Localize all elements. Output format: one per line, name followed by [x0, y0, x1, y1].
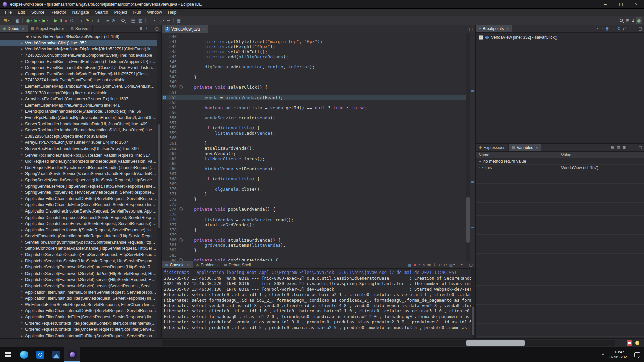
terminate-button[interactable]: ■	[414, 263, 416, 267]
stack-frame[interactable]: ≡ServletForwardingController(AbstractCon…	[0, 239, 161, 246]
disconnect-button[interactable]: ∅	[69, 17, 75, 24]
minimize-view-button[interactable]: –	[634, 146, 636, 149]
menu-window[interactable]: Window	[144, 9, 165, 15]
code-line[interactable]: 347	[162, 69, 466, 74]
code-line[interactable]: 370 dlgJanela.close();	[162, 187, 466, 192]
terminate-button[interactable]: ■	[64, 17, 68, 24]
display-selected-console-button[interactable]: ▥▾	[449, 263, 455, 267]
column-value[interactable]: Value	[558, 153, 644, 157]
stack-frame[interactable]: ≡UidlRequestHandler(SynchronizedRequestH…	[0, 164, 161, 171]
horizontal-scrollbar-thumb[interactable]	[466, 340, 525, 346]
show-breakpoints-supported-button[interactable]: ◉	[605, 27, 609, 31]
code-line[interactable]: 380− private void atualizaGrdVenda() {	[162, 238, 466, 243]
remove-launch-button[interactable]: ×	[418, 263, 420, 267]
stack-frame[interactable]: ≡DispatcherServlet(FrameworkServlet).ser…	[0, 277, 161, 283]
stack-frame[interactable]: ≡ApplicationFilterChain.internalDoFilter…	[0, 333, 161, 339]
code-line[interactable]: 342 inferior.setHeight("45px");	[162, 44, 466, 49]
show-logical-structures-button[interactable]: ▥	[617, 146, 620, 149]
forward-button[interactable]: →▾	[157, 17, 165, 24]
stack-frame[interactable]: ≡VendaView.salvarClick() line: 352	[0, 40, 161, 46]
open-console-button[interactable]: ⊞▾	[457, 263, 462, 267]
code-line[interactable]: 373	[162, 202, 466, 207]
java-perspective-button[interactable]: J	[631, 17, 635, 24]
tab-project-explorer[interactable]: ▤ Project Explorer	[28, 25, 68, 32]
stack-frame[interactable]: ≡ServletForwardingController.handleReque…	[0, 233, 161, 239]
code-line[interactable]: 343 inferior.setWidthFull();	[162, 49, 466, 54]
clear-console-button[interactable]: ▭	[427, 263, 431, 267]
menu-project[interactable]: Project	[111, 9, 130, 15]
word-wrap-button[interactable]: ↩	[438, 263, 441, 267]
tray-chevron-icon[interactable]: ^	[602, 352, 604, 357]
code-line[interactable]: 384− private void configuraBinder() {	[162, 258, 466, 261]
debug-button[interactable]: ◉▾	[25, 17, 33, 24]
maximize-view-button[interactable]: ▢	[469, 27, 473, 31]
scrollbar-thumb[interactable]	[472, 307, 474, 335]
code-line[interactable]: 359 listaVendas.add(venda);	[162, 131, 466, 136]
view-menu-button[interactable]: ⋮	[628, 27, 632, 31]
stack-frame[interactable]: ≡774232374.handleEvent(DomEvent) line: n…	[0, 77, 161, 83]
stack-frame[interactable]: ≡OrderedRequestContextFilter(OncePerRequ…	[0, 326, 161, 333]
taskbar-mail[interactable]	[32, 347, 48, 362]
breakpoint-item[interactable]: ✓ VendaView [line: 352] - salvarClick()	[476, 33, 644, 42]
stack-frame[interactable]: ≡ApplicationFilterChain.internalDoFilter…	[0, 289, 161, 295]
save-button[interactable]: ▣	[14, 17, 20, 24]
menu-search[interactable]: Search	[92, 9, 111, 15]
open-web-browser-button[interactable]: ▦	[176, 17, 182, 24]
use-step-filters-button[interactable]: ≡	[105, 17, 110, 24]
remove-selected-breakpoints-button[interactable]: ×	[597, 27, 599, 31]
stack-frame[interactable]: ≡DispatcherServlet(FrameworkServlet).ser…	[0, 283, 161, 289]
step-return-button[interactable]: ↑	[91, 17, 95, 24]
tab-breakpoints[interactable]: ● Breakpoints ×	[476, 25, 512, 32]
stack-frame[interactable]: ≡ServerRpcHandler.handleInvocations(UI, …	[0, 146, 161, 152]
code-line[interactable]: 351	[162, 90, 466, 95]
code-line[interactable]: 369	[162, 181, 466, 186]
stack-frame[interactable]: ≡WsFilter.doFilter(ServletRequest, Servl…	[0, 302, 161, 308]
open-perspective-button[interactable]: ⊞	[625, 17, 630, 24]
fold-gutter[interactable]: −	[178, 258, 183, 261]
stack-frame[interactable]: ≡SpringServlet(VaadinServlet).service(Ht…	[0, 177, 161, 183]
menu-refactor[interactable]: Refactor	[47, 9, 69, 15]
code-line[interactable]: 353	[162, 100, 466, 105]
maximize-view-button[interactable]: ▢	[469, 263, 473, 267]
code-line[interactable]: 367	[162, 171, 466, 176]
code-line[interactable]: 363 novaVenda();	[162, 151, 466, 156]
stack-frame[interactable]: ≡ApplicationDispatcher.processRequest(Se…	[0, 214, 161, 221]
code-line[interactable]: 341 inferior.getStyle().set("margin-top"…	[162, 39, 466, 44]
suspend-button[interactable]: ‖	[59, 17, 63, 24]
new-wizard-button[interactable]: ⊞▾	[2, 17, 10, 24]
quick-search-button[interactable]	[619, 17, 624, 24]
overview-mark[interactable]	[471, 90, 474, 92]
horizontal-scrollbar[interactable]	[162, 340, 615, 346]
stack-frame[interactable]: ≡ApplicationFilterChain.doFilter(Servlet…	[0, 295, 161, 302]
overview-ruler[interactable]	[470, 33, 475, 261]
fold-gutter[interactable]: −	[178, 85, 183, 89]
code-line[interactable]: 340	[162, 34, 466, 39]
code-line[interactable]: 344 inferior.add(htlDlgBarraBotoes);	[162, 54, 466, 59]
stack-frame[interactable]: ≡ComponentEventBus.fireEventForListener(…	[0, 58, 161, 65]
code-line[interactable]: 357	[162, 120, 466, 125]
last-edit-location-button[interactable]: ↩	[166, 17, 171, 24]
close-tab-icon[interactable]: ×	[203, 27, 205, 31]
stack-frame[interactable]: ≡ApplicationDispatcher.invoke(ServletReq…	[0, 208, 161, 215]
tab-servers[interactable]: ▥ Servers	[67, 25, 93, 32]
skip-all-breakpoints-button[interactable]: ⊘	[111, 17, 116, 24]
scrollbar-thumb[interactable]	[158, 124, 160, 228]
tab-expressions[interactable]: ⊙ Expressions	[476, 144, 509, 151]
variable-row[interactable]: ▸●thisVendaView (id=157)	[476, 165, 644, 171]
stack-frame[interactable]: ≡SpringVaadinServletService(VaadinServic…	[0, 171, 161, 177]
taskbar-edge[interactable]	[16, 347, 32, 362]
menu-run[interactable]: Run	[130, 9, 144, 15]
go-to-file-for-breakpoint-button[interactable]: →	[611, 27, 615, 31]
stack-frame[interactable]: ≡ComponentEventBus.lambda$addDomTrigger$…	[0, 71, 161, 77]
error-log-icon[interactable]	[627, 340, 632, 346]
step-over-button[interactable]: ↷	[84, 17, 90, 24]
skip-all-breakpoints-button[interactable]: ⊘	[617, 27, 620, 31]
menu-file[interactable]: File	[2, 9, 15, 15]
stack-frame[interactable]: ≡EventRpcHandler(AbstractRpcInvocationHa…	[0, 115, 161, 121]
stack-frame[interactable]: ≡724302506.onComponentEvent(ComponentEve…	[0, 52, 161, 59]
stack-frame[interactable]: ≡ElementListenerMap.lambda$fireEvent$2(D…	[0, 83, 161, 90]
remove-all-terminated-button[interactable]: ×	[423, 263, 425, 267]
column-name[interactable]: Name	[476, 152, 558, 158]
minimize-view-button[interactable]: –	[465, 263, 467, 267]
link-with-debug-view-button[interactable]: ⇄	[623, 27, 626, 31]
